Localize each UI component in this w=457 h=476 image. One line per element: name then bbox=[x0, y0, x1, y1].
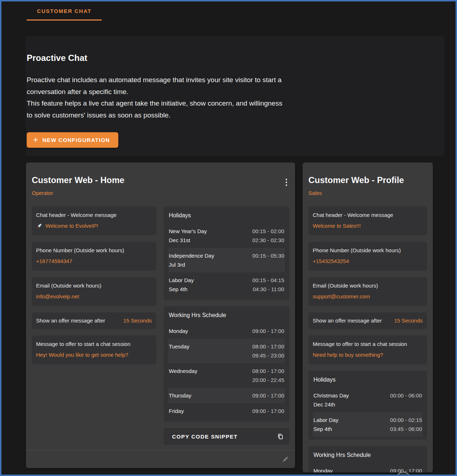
day-name: Monday bbox=[169, 326, 188, 335]
schedule-row: Wednesday 08:00 - 17:0020:00 - 22:45 bbox=[168, 363, 285, 388]
holiday-times: 00:15 - 02:0002:30 - 02:30 bbox=[252, 227, 284, 245]
time-range: 04:30 - 11:00 bbox=[252, 285, 284, 294]
customer-chat-page: CUSTOMER CHAT Proactive Chat Proactive c… bbox=[0, 0, 457, 476]
new-configuration-label: NEW CONFIGURATION bbox=[43, 137, 110, 143]
schedule-row: Monday 09:00 - 17:00 bbox=[168, 323, 285, 339]
holiday-row: New Year's Day Dec 31st 00:15 - 02:0002:… bbox=[168, 223, 285, 248]
field-chat-header: Chat header - Welcome message Welcome to… bbox=[32, 206, 156, 235]
time-range: 09:00 - 17:00 bbox=[252, 406, 284, 415]
description-line: Proactive chat includes an automated mes… bbox=[27, 74, 286, 98]
holiday-times: 00:15 - 04:1504:30 - 11:00 bbox=[252, 276, 284, 294]
tab-customer-chat[interactable]: CUSTOMER CHAT bbox=[27, 8, 102, 21]
day-times: 08:00 - 17:0020:00 - 22:45 bbox=[252, 366, 284, 384]
holiday-name: Christmas Day bbox=[313, 391, 349, 400]
day-name: Monday bbox=[313, 466, 333, 472]
time-range: 03:45 - 06:00 bbox=[390, 424, 422, 433]
working-hours-box: Working Hrs Schedule Monday 09:00 - 17:0… bbox=[308, 446, 427, 472]
holiday-row: Labor Day Sep 4th 00:15 - 04:1504:30 - 1… bbox=[168, 272, 285, 297]
holidays-list: Christmas Day Dec 24th 00:00 - 06:00 Lab… bbox=[313, 388, 423, 437]
phone-value: +18774594347 bbox=[36, 258, 152, 265]
schedule-row: Tuesday 08:00 - 17:0009:45 - 23:00 bbox=[168, 339, 285, 363]
description-line: This feature helps a live chat agent tak… bbox=[27, 98, 286, 121]
page-title: Proactive Chat bbox=[27, 53, 434, 63]
copy-code-snippet-label: COPY CODE SNIPPET bbox=[172, 433, 238, 440]
email-value: support@customer.com bbox=[313, 293, 423, 300]
working-hours-title: Working Hrs Schedule bbox=[169, 312, 285, 319]
card-subtitle: Sales bbox=[308, 190, 427, 196]
holiday-date: Dec 24th bbox=[313, 400, 349, 409]
holiday-times: 00:00 - 06:00 bbox=[390, 391, 422, 409]
day-name: Wednesday bbox=[169, 366, 197, 375]
rocket-emoji bbox=[36, 223, 43, 229]
holiday-date: Dec 31st bbox=[169, 236, 207, 245]
copy-code-snippet-button[interactable]: COPY CODE SNIPPET bbox=[164, 428, 289, 445]
proactive-chat-panel: Proactive Chat Proactive chat includes a… bbox=[26, 36, 444, 156]
time-range: 00:15 - 05:30 bbox=[252, 251, 284, 260]
holidays-box: Holidays Christmas Day Dec 24th 00:00 - … bbox=[308, 371, 427, 440]
working-hours-box: Working Hrs Schedule Monday 09:00 - 17:0… bbox=[164, 306, 289, 422]
day-name: Thursday bbox=[169, 391, 192, 400]
field-offer-message: Message to offer to start a chat session… bbox=[308, 335, 427, 364]
config-card-profile: Customer Web - Profile Sales Chat header… bbox=[303, 163, 433, 472]
working-hours-list: Monday 09:00 - 17:00 Tuesday 09:00 - 17:… bbox=[313, 463, 423, 472]
card-title: Customer Web - Profile bbox=[308, 175, 427, 185]
card-title: Customer Web - Home bbox=[32, 175, 289, 185]
day-name: Tuesday bbox=[169, 342, 189, 351]
holiday-name: Labor Day bbox=[313, 415, 338, 424]
new-configuration-button[interactable]: + NEW CONFIGURATION bbox=[27, 132, 118, 148]
field-label: Email (Outside work hours) bbox=[313, 282, 423, 289]
collapse-card-button[interactable] bbox=[280, 454, 291, 464]
holiday-times: 00:00 - 02:1503:45 - 06:00 bbox=[390, 415, 422, 433]
time-range: 09:00 - 17:00 bbox=[252, 391, 284, 400]
holiday-name: Labor Day bbox=[169, 276, 194, 285]
proactive-chat-description: Proactive chat includes an automated mes… bbox=[27, 74, 286, 121]
copy-icon bbox=[277, 433, 284, 440]
field-label: Chat header - Welcome message bbox=[36, 212, 152, 219]
schedule-row: Thursday 09:00 - 17:00 bbox=[168, 388, 285, 403]
holiday-name: New Year's Day bbox=[169, 227, 207, 236]
field-value: Welcome to EvolveIP! bbox=[36, 222, 152, 230]
time-range: 09:45 - 23:00 bbox=[252, 351, 284, 360]
time-range: 09:00 - 17:00 bbox=[390, 466, 422, 472]
holiday-times: 00:15 - 05:30 bbox=[252, 251, 284, 269]
day-times: 09:00 - 17:00 bbox=[390, 466, 422, 472]
welcome-message-value: Welcome to EvolveIP! bbox=[45, 222, 98, 230]
phone-value: +15432543254 bbox=[313, 258, 423, 265]
field-label: Message to offer to start a chat session bbox=[313, 341, 423, 348]
working-hours-title: Working Hrs Schedule bbox=[313, 452, 423, 458]
field-offer-message: Message to offer to start a chat session… bbox=[32, 335, 156, 364]
time-range: 00:00 - 02:15 bbox=[390, 415, 422, 424]
holiday-date: Sep 4th bbox=[313, 424, 338, 433]
day-times: 09:00 - 17:00 bbox=[252, 326, 284, 335]
field-email: Email (Outside work hours) support@custo… bbox=[308, 277, 427, 306]
time-range: 20:00 - 22:45 bbox=[252, 375, 284, 384]
day-times: 09:00 - 17:00 bbox=[252, 391, 284, 400]
holiday-row: Independence Day Jul 3rd 00:15 - 05:30 bbox=[168, 248, 285, 272]
field-offer-after: Show an offer message after 15 Seconds bbox=[32, 312, 156, 329]
kebab-menu-icon[interactable] bbox=[284, 177, 289, 187]
card-subtitle: Operator bbox=[32, 190, 289, 196]
time-range: 09:00 - 17:00 bbox=[252, 326, 284, 335]
card-header: Customer Web - Profile Sales bbox=[303, 163, 433, 196]
field-label: Chat header - Welcome message bbox=[313, 212, 423, 219]
collapse-arrows-icon bbox=[282, 455, 289, 463]
holiday-date: Jul 3rd bbox=[169, 260, 214, 269]
email-value: info@evolveip.net bbox=[36, 293, 152, 300]
card-header: Customer Web - Home Operator bbox=[26, 163, 295, 196]
field-phone: Phone Number (Outside work hours) +15432… bbox=[308, 242, 427, 271]
holidays-box: Holidays New Year's Day Dec 31st 00:15 -… bbox=[164, 206, 289, 300]
time-range: 08:00 - 17:00 bbox=[252, 342, 284, 351]
field-label: Message to offer to start a chat session bbox=[36, 341, 152, 348]
field-label: Phone Number (Outside work hours) bbox=[313, 247, 423, 254]
working-hours-list: Monday 09:00 - 17:00 Tuesday 08:00 - 17:… bbox=[168, 323, 285, 419]
field-chat-header: Chat header - Welcome message Welcome to… bbox=[308, 206, 427, 235]
field-label: Email (Outside work hours) bbox=[36, 282, 152, 289]
offer-message-value: Hey! Would you like to get some help? bbox=[36, 351, 152, 359]
holiday-row: Christmas Day Dec 24th 00:00 - 06:00 bbox=[313, 388, 423, 412]
holidays-title: Holidays bbox=[169, 212, 285, 219]
day-name: Friday bbox=[169, 406, 184, 415]
field-phone: Phone Number (Outside work hours) +18774… bbox=[32, 242, 156, 271]
day-times: 08:00 - 17:0009:45 - 23:00 bbox=[252, 342, 284, 360]
day-times: 09:00 - 17:00 bbox=[252, 406, 284, 415]
schedule-row: Monday 09:00 - 17:00 bbox=[313, 463, 423, 472]
